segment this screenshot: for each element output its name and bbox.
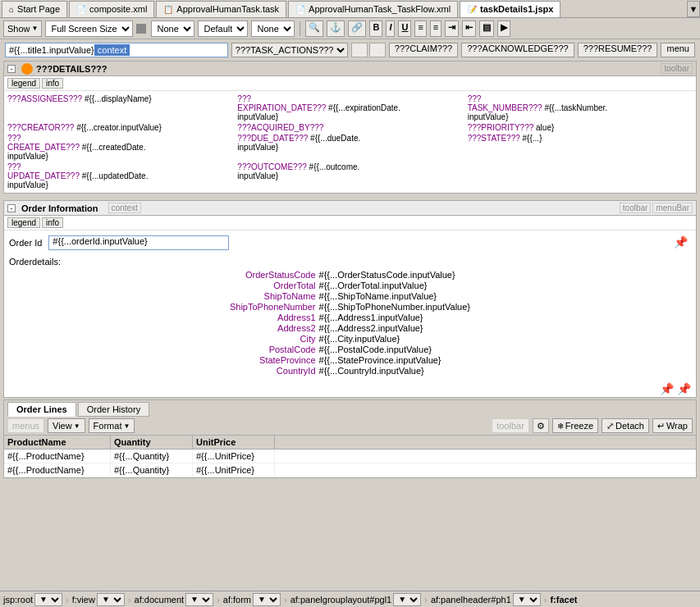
- resume-button[interactable]: ???RESUME???: [578, 43, 658, 57]
- field-address2-label: Address2: [9, 323, 316, 333]
- task-actions-dropdown[interactable]: ???TASK_ACTIONS???: [231, 43, 348, 57]
- cell-product-name-1: #{{...ProductName}: [4, 450, 111, 463]
- italic-button[interactable]: I: [386, 21, 395, 37]
- menu-button[interactable]: menu: [661, 43, 695, 57]
- show-button[interactable]: Show ▼: [3, 21, 42, 37]
- format-label: Format: [94, 421, 122, 431]
- info-tab[interactable]: info: [42, 78, 63, 89]
- view-button[interactable]: View ▼: [48, 418, 85, 433]
- order-title: Order Information: [21, 203, 98, 213]
- cursor-icon: [136, 24, 146, 34]
- claim-button[interactable]: ???CLAIM???: [389, 43, 458, 57]
- tab-start-page[interactable]: ⌂ Start Page: [2, 1, 67, 17]
- list-icon-btn[interactable]: ≡: [414, 21, 426, 37]
- underline-button[interactable]: U: [398, 21, 411, 37]
- details-legend-info: legend info: [4, 76, 696, 91]
- order-id-input[interactable]: #{{...orderId.inputValue}: [48, 235, 229, 250]
- tab-label: composite.xml: [89, 4, 147, 14]
- xml-flow-icon: 📄: [295, 5, 305, 14]
- tab-task-details[interactable]: 📝 taskDetails1.jspx: [460, 1, 560, 17]
- tab-label: Start Page: [17, 4, 60, 14]
- status-select-jsp-root[interactable]: ▼: [34, 593, 62, 606]
- details-panel-title: ???DETAILS???: [36, 64, 108, 74]
- field-acquired-by: ???ACQUIRED_BY???: [237, 123, 462, 132]
- link-icon-btn[interactable]: ⚓: [327, 21, 345, 37]
- none-select-1[interactable]: None: [151, 21, 194, 37]
- status-select-f-view[interactable]: ▼: [97, 593, 125, 606]
- order-legend-tab[interactable]: legend: [7, 217, 40, 228]
- indent-icon-btn[interactable]: ⇥: [445, 21, 459, 37]
- default-select[interactable]: Default: [198, 21, 248, 37]
- order-toolbar-label: toolbar: [620, 203, 652, 213]
- screen-size-select[interactable]: Full Screen Size: [45, 21, 133, 37]
- tab-label: ApprovalHumanTask.task: [176, 4, 279, 14]
- details-toolbar-label: toolbar: [661, 63, 693, 74]
- field-state: ???STATE??? #{{...}: [468, 134, 693, 161]
- tab-composite-xml[interactable]: 📄 composite.xml: [69, 1, 154, 17]
- freeze-label: Freeze: [565, 421, 593, 431]
- outdent-icon-btn[interactable]: ⇤: [462, 21, 476, 37]
- task-fields: ???ASSIGNEES??? #{{...displayName} ???EX…: [4, 91, 696, 193]
- cell-unit-price-2: #{{...UnitPrice}: [193, 463, 275, 477]
- list2-icon-btn[interactable]: ≡: [430, 21, 442, 37]
- status-item-jsp-root[interactable]: jsp:root ▼: [3, 593, 62, 606]
- status-item-af-panelheader[interactable]: af:panelheader#ph1 ▼: [431, 593, 541, 606]
- wrap-button[interactable]: ↵ Wrap: [652, 418, 693, 433]
- tab-order-lines[interactable]: Order Lines: [7, 402, 76, 417]
- title-input-row: #{{...title1.inputValue} context: [5, 43, 228, 57]
- none-select-2[interactable]: None: [251, 21, 295, 37]
- bold-button[interactable]: B: [369, 21, 382, 37]
- legend-tab[interactable]: legend: [7, 78, 40, 89]
- details-panel-header: - ???DETAILS??? toolbar: [4, 62, 696, 76]
- status-select-af-panelgrouplayout[interactable]: ▼: [393, 593, 421, 606]
- details-collapse-button[interactable]: -: [7, 65, 16, 73]
- acknowledge-button[interactable]: ???ACKNOWLEDGE???: [461, 43, 574, 57]
- view-label: View: [53, 421, 72, 431]
- field-creator: ???CREATOR??? #{{...creator.inputValue}: [7, 123, 232, 132]
- order-id-label: Order Id: [9, 238, 42, 248]
- status-item-af-panelgrouplayout[interactable]: af:panelgrouplayout#pgl1 ▼: [291, 593, 422, 606]
- field-address1-value: #{{...Address1.inputValue}: [319, 313, 691, 322]
- status-item-af-document[interactable]: af:document ▼: [135, 593, 214, 606]
- order-collapse-button[interactable]: -: [7, 204, 16, 212]
- field-due-date: ???DUE_DATE??? #{{...dueDate.inputValue}: [237, 134, 462, 161]
- status-select-af-document[interactable]: ▼: [185, 593, 213, 606]
- orderdetails-label: Orderdetails:: [9, 257, 691, 267]
- detach-label: Detach: [615, 421, 644, 431]
- field-order-total-label: OrderTotal: [9, 281, 316, 290]
- field-address1-label: Address1: [9, 313, 316, 322]
- lines-toolbar-label: toolbar: [492, 418, 529, 433]
- status-select-af-panelheader[interactable]: ▼: [513, 593, 541, 606]
- status-item-af-form[interactable]: af:form ▼: [223, 593, 281, 606]
- field-update-date: ???UPDATE_DATE??? #{{...updatedDate.inpu…: [7, 162, 232, 189]
- freeze-button[interactable]: ❄ Freeze: [552, 418, 598, 433]
- design-canvas: #{{...title1.inputValue} context ???TASK…: [0, 39, 700, 591]
- search-icon-btn[interactable]: 🔍: [305, 21, 323, 37]
- spacer-1: [2, 195, 698, 199]
- status-bar: jsp:root ▼ › f:view ▼ › af:document ▼ › …: [0, 591, 700, 607]
- tab-approval-human-task-flow[interactable]: 📄 ApprovalHumanTask_TaskFlow.xml: [288, 1, 458, 17]
- pin-icon-1: 📌: [674, 235, 688, 249]
- tab-approval-human-task[interactable]: 📋 ApprovalHumanTask.task: [156, 1, 286, 17]
- orderdetails-grid: OrderStatusCode #{{...OrderStatusCode.in…: [9, 270, 691, 376]
- view-arrow-icon: ▼: [74, 422, 80, 430]
- field-postal-code-label: PostalCode: [9, 345, 316, 354]
- format-arrow-icon: ▼: [123, 422, 130, 430]
- status-item-f-view[interactable]: f:view ▼: [72, 593, 125, 606]
- status-item-f-facet[interactable]: f:facet: [550, 595, 577, 605]
- status-select-af-form[interactable]: ▼: [253, 593, 281, 606]
- detach-button[interactable]: ⤢ Detach: [602, 418, 649, 433]
- order-header: - Order Information context toolbar menu…: [4, 201, 696, 216]
- icon-btn-2[interactable]: [369, 43, 386, 57]
- icon-btn-1[interactable]: [351, 43, 368, 57]
- detach-icon: ⤢: [606, 421, 614, 431]
- order-info-tab[interactable]: info: [42, 217, 63, 228]
- chain-icon-btn[interactable]: 🔗: [348, 21, 366, 37]
- tab-order-history[interactable]: Order History: [78, 402, 149, 417]
- format-button[interactable]: Format ▼: [89, 418, 135, 433]
- wrap-icon: ↵: [657, 421, 665, 431]
- more-icon-btn[interactable]: ▶: [497, 21, 510, 37]
- align-icon-btn[interactable]: ▤: [479, 21, 494, 37]
- tab-scroll-button[interactable]: ▼: [687, 1, 700, 17]
- order-content: 📌 Order Id #{{...orderId.inputValue} Ord…: [4, 230, 696, 381]
